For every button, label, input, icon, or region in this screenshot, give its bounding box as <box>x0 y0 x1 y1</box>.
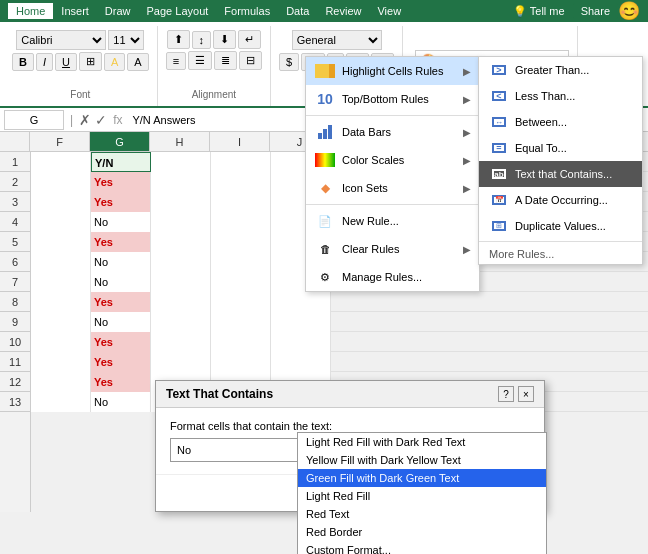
dd-list-item-yellow[interactable]: Yellow Fill with Dark Yellow Text <box>298 451 546 469</box>
hcr-item-dateoccurring[interactable]: 📅 A Date Occurring... <box>479 187 642 213</box>
hcr-item-duplicate[interactable]: ⊞ Duplicate Values... <box>479 213 642 239</box>
cell-f6[interactable] <box>31 252 91 272</box>
dialog-text-input[interactable] <box>170 438 310 462</box>
dd-list-item-lightred[interactable]: Light Red Fill with Dark Red Text <box>298 433 546 451</box>
cf-item-iconsets[interactable]: ◆ Icon Sets ▶ <box>306 174 479 202</box>
cell-f9[interactable] <box>31 312 91 332</box>
cell-f2[interactable] <box>31 172 91 192</box>
tab-draw[interactable]: Draw <box>97 3 139 19</box>
cell-g10[interactable]: Yes <box>91 332 151 352</box>
currency-button[interactable]: $ <box>279 53 299 71</box>
confirm-formula-icon[interactable]: ✓ <box>95 112 107 128</box>
cell-i9[interactable] <box>211 312 271 332</box>
wrap-text-button[interactable]: ↵ <box>238 30 261 49</box>
cell-i4[interactable] <box>211 212 271 232</box>
hcr-item-between[interactable]: ↔ Between... <box>479 109 642 135</box>
cell-j11[interactable] <box>271 352 331 372</box>
align-middle-button[interactable]: ↕ <box>192 31 212 49</box>
cell-g9[interactable]: No <box>91 312 151 332</box>
cell-i3[interactable] <box>211 192 271 212</box>
cell-f13[interactable] <box>31 392 91 412</box>
cell-f10[interactable] <box>31 332 91 352</box>
italic-button[interactable]: I <box>36 53 53 71</box>
hcr-item-textcontains[interactable]: ab Text that Contains... <box>479 161 642 187</box>
cell-h9[interactable] <box>151 312 211 332</box>
cell-g7[interactable]: No <box>91 272 151 292</box>
tab-formulas[interactable]: Formulas <box>216 3 278 19</box>
cell-j9[interactable] <box>271 312 331 332</box>
cell-f12[interactable] <box>31 372 91 392</box>
cell-h1[interactable] <box>151 152 211 172</box>
cell-h11[interactable] <box>151 352 211 372</box>
dd-list-item-redtext[interactable]: Red Text <box>298 505 546 523</box>
font-name-select[interactable]: Calibri <box>16 30 106 50</box>
dd-list-item-green[interactable]: Green Fill with Dark Green Text <box>298 469 546 487</box>
cancel-formula-icon[interactable]: ✗ <box>79 112 91 128</box>
cell-i2[interactable] <box>211 172 271 192</box>
cell-g1[interactable]: Y/N Answers <box>91 152 151 172</box>
cell-g13[interactable]: No <box>91 392 151 412</box>
dialog-question-button[interactable]: ? <box>498 386 514 402</box>
cf-item-newrule[interactable]: 📄 New Rule... <box>306 207 479 235</box>
cf-item-databars[interactable]: Data Bars ▶ <box>306 118 479 146</box>
cell-g2[interactable]: Yes <box>91 172 151 192</box>
font-color-button[interactable]: A <box>127 53 148 71</box>
hcr-item-equalto[interactable]: = Equal To... <box>479 135 642 161</box>
bold-button[interactable]: B <box>12 53 34 71</box>
cell-h3[interactable] <box>151 192 211 212</box>
tab-view[interactable]: View <box>369 3 409 19</box>
cell-f5[interactable] <box>31 232 91 252</box>
cell-f11[interactable] <box>31 352 91 372</box>
tab-data[interactable]: Data <box>278 3 317 19</box>
border-button[interactable]: ⊞ <box>79 52 102 71</box>
cell-h10[interactable] <box>151 332 211 352</box>
cell-g4[interactable]: No <box>91 212 151 232</box>
cell-i11[interactable] <box>211 352 271 372</box>
cell-i8[interactable] <box>211 292 271 312</box>
cell-g6[interactable]: No <box>91 252 151 272</box>
cell-h4[interactable] <box>151 212 211 232</box>
dialog-close-button[interactable]: × <box>518 386 534 402</box>
hcr-item-gt[interactable]: > Greater Than... <box>479 57 642 83</box>
align-bottom-button[interactable]: ⬇ <box>213 30 236 49</box>
cell-h2[interactable] <box>151 172 211 192</box>
cell-j10[interactable] <box>271 332 331 352</box>
cell-j8[interactable] <box>271 292 331 312</box>
cell-f7[interactable] <box>31 272 91 292</box>
cell-i1[interactable] <box>211 152 271 172</box>
hcr-more-rules[interactable]: More Rules... <box>479 244 642 264</box>
cell-f4[interactable] <box>31 212 91 232</box>
dd-list-item-custom[interactable]: Custom Format... <box>298 541 546 554</box>
cell-f1[interactable] <box>31 152 91 172</box>
dd-list-item-lightredfill[interactable]: Light Red Fill <box>298 487 546 505</box>
tab-home[interactable]: Home <box>8 3 53 19</box>
cell-f3[interactable] <box>31 192 91 212</box>
cell-h6[interactable] <box>151 252 211 272</box>
share-button[interactable]: Share <box>573 3 618 19</box>
cell-g3[interactable]: Yes <box>91 192 151 212</box>
cell-g12[interactable]: Yes <box>91 372 151 392</box>
cell-h7[interactable] <box>151 272 211 292</box>
cell-i6[interactable] <box>211 252 271 272</box>
number-format-select[interactable]: General <box>292 30 382 50</box>
cf-item-highlight[interactable]: Highlight Cells Rules ▶ <box>306 57 479 85</box>
cell-g5[interactable]: Yes <box>91 232 151 252</box>
underline-button[interactable]: U <box>55 53 77 71</box>
cell-i7[interactable] <box>211 272 271 292</box>
cf-item-colorscales[interactable]: Color Scales ▶ <box>306 146 479 174</box>
cell-g11[interactable]: Yes <box>91 352 151 372</box>
merge-button[interactable]: ⊟ <box>239 51 262 70</box>
cell-i10[interactable] <box>211 332 271 352</box>
align-center-button[interactable]: ☰ <box>188 51 212 70</box>
align-top-button[interactable]: ⬆ <box>167 30 190 49</box>
hcr-item-lt[interactable]: < Less Than... <box>479 83 642 109</box>
cell-i5[interactable] <box>211 232 271 252</box>
tab-insert[interactable]: Insert <box>53 3 97 19</box>
cell-h8[interactable] <box>151 292 211 312</box>
cell-g8[interactable]: Yes <box>91 292 151 312</box>
cf-item-clearrules[interactable]: 🗑 Clear Rules ▶ <box>306 235 479 263</box>
cell-h5[interactable] <box>151 232 211 252</box>
cell-f8[interactable] <box>31 292 91 312</box>
dd-list-item-redborder[interactable]: Red Border <box>298 523 546 541</box>
cell-reference-input[interactable] <box>4 110 64 130</box>
